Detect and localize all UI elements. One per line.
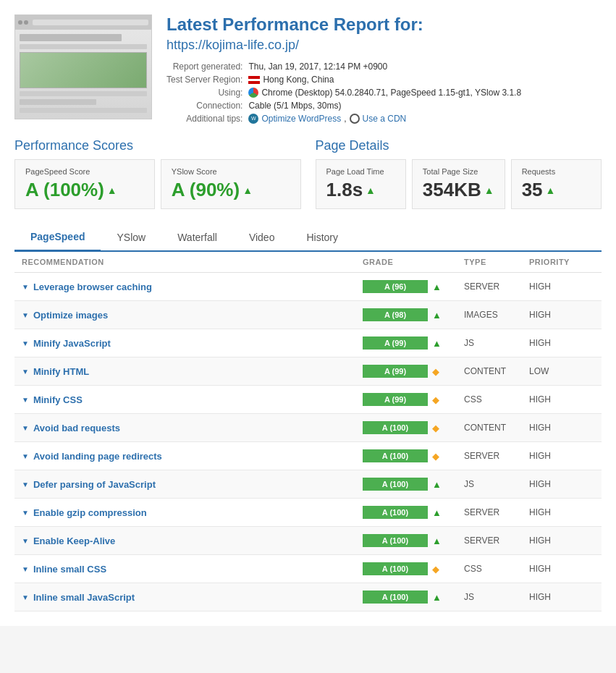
row-priority: HIGH: [529, 282, 594, 292]
use-cdn-link[interactable]: Use a CDN: [363, 114, 407, 124]
grade-diamond-icon: ◆: [432, 366, 439, 377]
grade-pill: A (100): [363, 506, 428, 519]
connection-label: Connection:: [166, 101, 242, 111]
row-priority: LOW: [529, 366, 594, 376]
thumb-content: [15, 30, 151, 119]
row-name: ▼ Avoid bad requests: [22, 423, 363, 433]
report-meta: Report generated: Thu, Jan 19, 2017, 12:…: [166, 62, 602, 124]
using-label: Using:: [166, 88, 242, 98]
table-row[interactable]: ▼ Enable gzip compression A (100) ▲ SERV…: [14, 499, 602, 527]
row-chevron-icon: ▼: [22, 593, 29, 601]
row-type: CSS: [464, 394, 529, 405]
tab-history[interactable]: History: [290, 224, 354, 250]
thumb-text-3: [20, 108, 147, 113]
grade-bar: A (100) ◆: [363, 562, 464, 575]
grade-bar: A (99) ◆: [363, 365, 464, 378]
row-chevron-icon: ▼: [22, 424, 29, 432]
scores-grid: PageSpeed Score A (100%) ▲ YSlow Score A…: [14, 159, 301, 209]
row-label: Leverage browser caching: [33, 282, 152, 292]
yslow-label: YSlow Score: [172, 167, 290, 176]
table-row[interactable]: ▼ Inline small CSS A (100) ◆ CSS HIGH: [14, 555, 602, 583]
yslow-score-card: YSlow Score A (90%) ▲: [161, 159, 301, 209]
row-priority: HIGH: [529, 507, 594, 517]
grade-up-icon: ▲: [432, 592, 442, 603]
row-priority: HIGH: [529, 564, 594, 574]
row-type: SERVER: [464, 536, 529, 546]
table-row[interactable]: ▼ Avoid bad requests A (100) ◆ CONTENT H…: [14, 414, 602, 442]
report-generated-label: Report generated:: [166, 62, 242, 72]
row-priority: HIGH: [529, 536, 594, 546]
row-name: ▼ Enable Keep-Alive: [22, 536, 363, 546]
grade-up-icon: ▲: [432, 310, 442, 321]
grade-diamond-icon: ◆: [432, 423, 439, 433]
row-type: CONTENT: [464, 366, 529, 376]
grade-pill: A (98): [363, 308, 428, 321]
grade-bar: A (99) ◆: [363, 393, 464, 406]
tab-yslow[interactable]: YSlow: [101, 224, 161, 250]
requests-arrow-icon: ▲: [546, 185, 556, 196]
row-name: ▼ Enable gzip compression: [22, 507, 363, 518]
table-row[interactable]: ▼ Avoid landing page redirects A (100) ◆…: [14, 442, 602, 470]
thumb-text-2: [20, 91, 147, 96]
row-type: IMAGES: [464, 310, 529, 320]
row-label: Inline small CSS: [33, 564, 106, 575]
table-header: RECOMMENDATION GRADE TYPE PRIORITY: [14, 252, 602, 273]
yslow-value: A (90%) ▲: [172, 179, 290, 201]
row-priority: HIGH: [529, 338, 594, 348]
row-priority: HIGH: [529, 451, 594, 461]
report-url: https://kojima-life.co.jp/: [166, 38, 602, 53]
grade-pill: A (100): [363, 591, 428, 604]
row-type: JS: [464, 338, 529, 348]
table-row[interactable]: ▼ Enable Keep-Alive A (100) ▲ SERVER HIG…: [14, 527, 602, 555]
row-chevron-icon: ▼: [22, 368, 29, 376]
table-row[interactable]: ▼ Minify CSS A (99) ◆ CSS HIGH: [14, 386, 602, 414]
flag-icon: [248, 76, 260, 84]
optimize-wp-link[interactable]: Optimize WordPress: [261, 114, 341, 124]
chrome-icon: [248, 88, 258, 98]
grade-bar: A (100) ▲: [363, 591, 464, 604]
tab-video[interactable]: Video: [233, 224, 291, 250]
grade-bar: A (99) ▲: [363, 336, 464, 350]
table-row[interactable]: ▼ Leverage browser caching A (96) ▲ SERV…: [14, 273, 602, 301]
grade-pill: A (100): [363, 449, 428, 462]
site-info: Latest Performance Report for: https://k…: [166, 14, 602, 124]
row-label: Defer parsing of JavaScript: [33, 479, 156, 490]
report-title: Latest Performance Report for:: [166, 14, 602, 35]
page-size-value: 354KB ▲: [423, 179, 494, 201]
thumb-text-1: [20, 44, 147, 49]
table-row[interactable]: ▼ Minify HTML A (99) ◆ CONTENT LOW: [14, 357, 602, 386]
table-row[interactable]: ▼ Optimize images A (98) ▲ IMAGES HIGH: [14, 301, 602, 329]
grade-diamond-icon: ◆: [432, 451, 439, 462]
row-name: ▼ Avoid landing page redirects: [22, 451, 363, 462]
row-label: Minify HTML: [33, 366, 89, 377]
row-priority: HIGH: [529, 592, 594, 602]
load-time-value: 1.8s ▲: [326, 179, 395, 201]
using-value: Chrome (Desktop) 54.0.2840.71, PageSpeed…: [248, 88, 602, 98]
cdn-icon: [350, 114, 360, 124]
thumb-subtitle: [20, 99, 96, 105]
row-chevron-icon: ▼: [22, 396, 29, 404]
pagespeed-value: A (100%) ▲: [25, 179, 144, 201]
row-label: Minify JavaScript: [33, 338, 111, 349]
row-type: SERVER: [464, 451, 529, 461]
grade-pill: A (100): [363, 421, 428, 434]
row-name: ▼ Optimize images: [22, 310, 363, 321]
grade-bar: A (100) ▲: [363, 506, 464, 519]
thumb-bar: [33, 20, 148, 25]
requests-card: Requests 35 ▲: [511, 159, 602, 209]
grade-bar: A (100) ◆: [363, 449, 464, 462]
performance-scores-title: Performance Scores: [14, 138, 301, 153]
table-row[interactable]: ▼ Minify JavaScript A (99) ▲ JS HIGH: [14, 329, 602, 357]
details-grid: Page Load Time 1.8s ▲ Total Page Size 35…: [316, 159, 602, 209]
grade-bar: A (100) ▲: [363, 534, 464, 547]
row-name: ▼ Defer parsing of JavaScript: [22, 479, 363, 490]
grade-pill: A (99): [363, 393, 428, 406]
tab-pagespeed[interactable]: PageSpeed: [14, 224, 101, 252]
page-size-label: Total Page Size: [423, 167, 494, 176]
tab-waterfall[interactable]: Waterfall: [161, 224, 233, 250]
table-row[interactable]: ▼ Defer parsing of JavaScript A (100) ▲ …: [14, 470, 602, 499]
tabs-section: PageSpeed YSlow Waterfall Video History: [14, 224, 602, 252]
table-row[interactable]: ▼ Inline small JavaScript A (100) ▲ JS H…: [14, 583, 602, 611]
performance-scores-box: Performance Scores PageSpeed Score A (10…: [14, 138, 301, 209]
page-size-card: Total Page Size 354KB ▲: [412, 159, 505, 209]
